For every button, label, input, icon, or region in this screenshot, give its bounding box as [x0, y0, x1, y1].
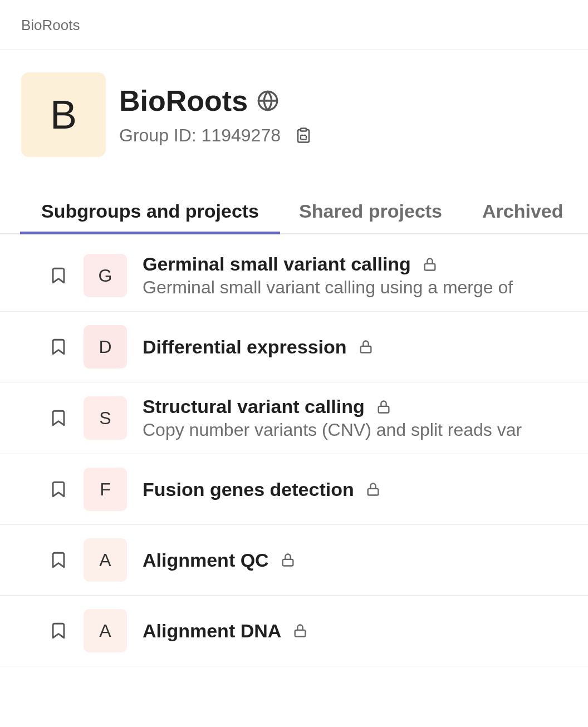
- svg-rect-2: [301, 129, 306, 131]
- breadcrumb[interactable]: BioRoots: [0, 0, 588, 50]
- copy-id-icon[interactable]: [295, 127, 312, 144]
- lock-icon: [280, 552, 296, 568]
- bookmark-icon[interactable]: [49, 409, 68, 428]
- project-avatar: A: [84, 609, 127, 652]
- svg-rect-8: [282, 559, 293, 566]
- lock-icon: [422, 257, 438, 272]
- group-id: Group ID: 11949278: [119, 125, 281, 146]
- project-title[interactable]: Fusion genes detection: [143, 479, 354, 500]
- group-title: BioRoots: [119, 84, 248, 117]
- project-item[interactable]: SStructural variant callingCopy number v…: [0, 382, 588, 454]
- project-title[interactable]: Alignment QC: [143, 549, 269, 571]
- project-item[interactable]: GGerminal small variant callingGerminal …: [0, 234, 588, 312]
- lock-icon: [376, 399, 391, 415]
- lock-icon: [358, 339, 374, 355]
- project-title[interactable]: Germinal small variant calling: [143, 253, 411, 275]
- project-description: Germinal small variant calling using a m…: [143, 277, 588, 298]
- tab-archived[interactable]: Archived: [482, 190, 564, 233]
- group-avatar: B: [21, 72, 106, 157]
- svg-rect-5: [360, 346, 371, 353]
- project-title[interactable]: Alignment DNA: [143, 620, 281, 642]
- tabs: Subgroups and projects Shared projects A…: [0, 190, 588, 234]
- svg-rect-9: [295, 630, 306, 637]
- project-avatar: S: [84, 396, 127, 440]
- project-avatar: A: [84, 538, 127, 582]
- project-title[interactable]: Differential expression: [143, 336, 347, 358]
- group-header: B BioRoots Group ID: 11949278: [0, 50, 588, 185]
- project-avatar: F: [84, 468, 127, 511]
- project-item[interactable]: AAlignment DNA: [0, 596, 588, 666]
- lock-icon: [292, 623, 308, 638]
- project-avatar: D: [84, 325, 127, 369]
- project-text: Alignment QC: [143, 549, 588, 571]
- svg-rect-7: [367, 489, 378, 495]
- svg-rect-3: [301, 135, 306, 140]
- project-item[interactable]: FFusion genes detection: [0, 454, 588, 525]
- lock-icon: [365, 482, 381, 497]
- project-text: Differential expression: [143, 336, 588, 358]
- globe-icon: [257, 90, 279, 112]
- project-list: GGerminal small variant callingGerminal …: [0, 234, 588, 666]
- bookmark-icon[interactable]: [49, 551, 68, 569]
- project-item[interactable]: DDifferential expression: [0, 312, 588, 382]
- tab-shared-projects[interactable]: Shared projects: [299, 190, 442, 233]
- bookmark-icon[interactable]: [49, 266, 68, 285]
- project-text: Germinal small variant callingGerminal s…: [143, 253, 588, 298]
- project-text: Fusion genes detection: [143, 479, 588, 500]
- svg-rect-6: [378, 406, 389, 412]
- project-avatar: G: [84, 254, 127, 297]
- project-text: Alignment DNA: [143, 620, 588, 642]
- project-text: Structural variant callingCopy number va…: [143, 396, 588, 440]
- bookmark-icon[interactable]: [49, 337, 68, 356]
- tab-subgroups-projects[interactable]: Subgroups and projects: [41, 190, 259, 233]
- project-description: Copy number variants (CNV) and split rea…: [143, 420, 588, 440]
- svg-rect-4: [425, 263, 435, 270]
- bookmark-icon[interactable]: [49, 480, 68, 499]
- project-title[interactable]: Structural variant calling: [143, 396, 365, 417]
- bookmark-icon[interactable]: [49, 621, 68, 640]
- project-item[interactable]: AAlignment QC: [0, 525, 588, 596]
